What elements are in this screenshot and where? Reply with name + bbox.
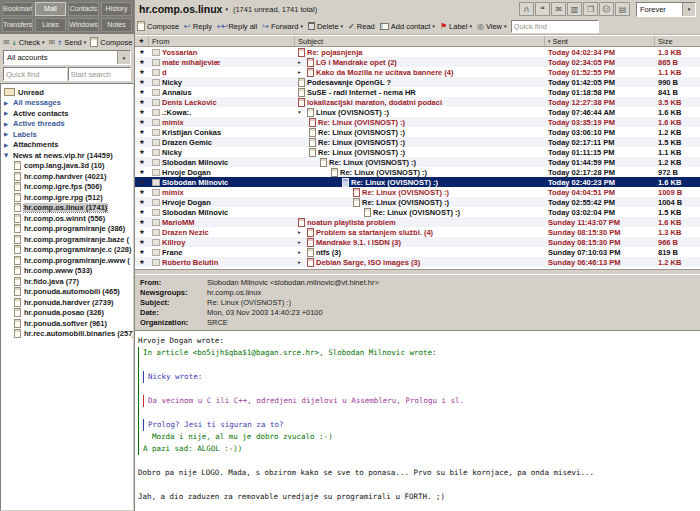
star-icon[interactable]: ★ (139, 188, 145, 196)
message-row[interactable]: ★Slobodan MilnovicRe: Linux (OVISNOST) :… (135, 177, 700, 187)
toolbar-quick-find-input[interactable] (511, 20, 599, 33)
newsgroup-item[interactable]: hr.ponuda.softver (961) (1, 318, 133, 329)
tree-collapsed-icon[interactable]: ▶ (4, 142, 10, 148)
star-icon[interactable]: ★ (139, 108, 145, 116)
view-button[interactable]: ◎View▾ (477, 22, 507, 31)
star-icon[interactable]: ★ (139, 88, 145, 96)
panel-tab-transfers[interactable]: Transfers (2, 18, 33, 32)
panel-tab-links[interactable]: Links (35, 18, 66, 32)
star-icon[interactable]: ★ (139, 138, 145, 146)
newsgroup-item[interactable]: hr.comp.programiranje.baze ( (1, 234, 133, 245)
title-dropdown-icon[interactable]: ▾ (225, 6, 228, 12)
message-row[interactable]: ★Roberto Belutin▸Debian Sarge, ISO image… (135, 257, 700, 267)
newsgroup-item[interactable]: comp.lang.java.3d (10) (1, 161, 133, 172)
message-row[interactable]: ★Frane▸ntfs (3)Sunday 07:10:03 PM819 B (135, 247, 700, 257)
dropdown-arrow-icon[interactable]: ▾ (504, 23, 507, 29)
expiry-select[interactable]: Forever ▾ (636, 2, 696, 17)
star-icon[interactable]: ★ (139, 158, 145, 166)
mail-view-icon[interactable]: ✉ (551, 2, 566, 16)
star-icon[interactable]: ★ (139, 228, 145, 236)
message-row[interactable]: ★Hrvoje DoganRe: Linux (OVISNOST) :)Toda… (135, 167, 700, 177)
newsgroup-item[interactable]: hr.rec.automobili.binaries (257) (1, 329, 133, 340)
star-icon[interactable]: ★ (139, 218, 145, 226)
newsgroup-item[interactable]: hr.comp.www (533) (1, 266, 133, 277)
column-header-sent[interactable]: ▾Sent (545, 36, 655, 46)
message-row[interactable]: ★.:Kowa:.▾Linux (OVISNOST) :)Today 07:46… (135, 107, 700, 117)
message-row[interactable]: ★Drazen Nezic▸Problem sa startanjem služ… (135, 227, 700, 237)
folder-item-news-at-news-vip-hr-14459-[interactable]: ▼News at news.vip.hr (14459) (1, 150, 133, 161)
star-icon[interactable]: ★ (139, 128, 145, 136)
accounts-select[interactable]: All accounts ▾ (3, 50, 131, 65)
read-button[interactable]: ✓Read (348, 22, 375, 31)
star-icon[interactable]: ★ (139, 178, 145, 186)
panel-tab-notes[interactable]: Notes (101, 18, 132, 32)
page-title[interactable]: hr.comp.os.linux (139, 3, 222, 15)
message-row[interactable]: ★NickyPodesavanje OpenGL ?Today 01:42:05… (135, 77, 700, 87)
contacts-view-icon[interactable]: ☺ (599, 2, 614, 16)
newsgroup-item[interactable]: hr.comp.programiranje.www ( (1, 255, 133, 266)
message-row[interactable]: ★YossarianRe: pojasnjenjaToday 04:02:34 … (135, 47, 700, 57)
folder-item-active-threads[interactable]: ▶Active threads (1, 119, 133, 130)
newsgroup-item[interactable]: hr.comp.igre.rpg (512) (1, 192, 133, 203)
drafts-view-icon[interactable]: ❐ (583, 2, 598, 16)
folder-item-all-messages[interactable]: ▶All messages (1, 98, 133, 109)
newsgroup-item[interactable]: hr.fido.java (77) (1, 276, 133, 287)
panel-tab-windows[interactable]: Windows (68, 18, 99, 32)
star-icon[interactable]: ★ (139, 208, 145, 216)
check-button[interactable]: ✉↓ Check ▾ (2, 38, 46, 47)
compose-button[interactable]: Compose (137, 21, 179, 31)
delete-button[interactable]: Delete▾ (308, 22, 343, 31)
folder-item-attachments[interactable]: ▶Attachments (1, 140, 133, 151)
message-row[interactable]: ★Slobodan MilnovicRe: Linux (OVISNOST) :… (135, 157, 700, 167)
folder-item-active-contacts[interactable]: ▶Active contacts (1, 108, 133, 119)
star-icon[interactable]: ★ (139, 68, 145, 76)
thread-collapsed-icon[interactable]: ▸ (298, 259, 305, 265)
tree-collapsed-icon[interactable]: ▶ (4, 131, 10, 137)
message-row[interactable]: ★Kristijan ConkasRe: Linux (OVISNOST) :)… (135, 127, 700, 137)
folder-item-labels[interactable]: ▶Labels (1, 129, 133, 140)
trash-view-icon[interactable]: ▥ (567, 2, 582, 16)
star-icon[interactable]: ★ (139, 248, 145, 256)
thread-collapsed-icon[interactable]: ▸ (298, 239, 305, 245)
star-icon[interactable]: ★ (139, 168, 145, 176)
panel-tab-contacts[interactable]: Contacts (68, 2, 99, 16)
reply-button[interactable]: ↩Reply (184, 22, 212, 31)
newsgroup-item[interactable]: hr.comp.programiranje.c (228) (1, 245, 133, 256)
message-row[interactable]: ★AnnaiusSuSE - radi Internet - nema HRTo… (135, 87, 700, 97)
thread-collapsed-icon[interactable]: ▸ (298, 249, 305, 255)
thread-collapsed-icon[interactable]: ▸ (298, 69, 305, 75)
expiry-select-arrow-icon[interactable]: ▾ (682, 3, 695, 16)
dropdown-arrow-icon[interactable]: ▾ (432, 23, 435, 29)
star-icon[interactable]: ★ (139, 78, 145, 86)
dropdown-arrow-icon[interactable]: ▾ (341, 23, 344, 29)
send-button[interactable]: ✉↑ Send ▾ (48, 38, 88, 47)
quick-find-input[interactable] (3, 67, 67, 81)
panel-tab-mail[interactable]: Mail (35, 2, 66, 16)
star-icon[interactable]: ★ (139, 258, 145, 266)
column-header-subject[interactable]: Subject (295, 36, 545, 46)
notes-view-icon[interactable]: ▤ (615, 2, 630, 16)
message-row[interactable]: ★mimixRe: Linux (OVISNOST) :)Today 04:04… (135, 187, 700, 197)
message-row[interactable]: ★Hrvoje DoganRe: Linux (OVISNOST) :)Toda… (135, 197, 700, 207)
tree-collapsed-icon[interactable]: ▶ (4, 121, 10, 127)
newsgroup-item[interactable]: hr.comp.igre.fps (506) (1, 182, 133, 193)
column-header-from[interactable]: From (149, 36, 295, 46)
headset-icon[interactable]: ∩ (519, 2, 534, 16)
star-icon[interactable]: ★ (139, 118, 145, 126)
panel-tab-bookmarks[interactable]: Bookmarks (2, 2, 33, 16)
reply-all-button[interactable]: ↩↩Reply all (217, 22, 257, 31)
chat-icon[interactable]: ❝ (535, 2, 550, 16)
newsgroup-item[interactable]: hr.comp.hardver (4021) (1, 171, 133, 182)
message-row[interactable]: ★Denis Lackoviclokalizacijski maraton, d… (135, 97, 700, 107)
newsgroup-item[interactable]: hr.comp.os.linux (1741) (1, 203, 133, 214)
check-dropdown-icon[interactable]: ▾ (42, 39, 45, 45)
newsgroup-item[interactable]: hr.ponuda.automobili (465) (1, 287, 133, 298)
dropdown-arrow-icon[interactable]: ▾ (300, 23, 303, 29)
newsgroup-item[interactable]: hr.ponuda.hardver (2739) (1, 297, 133, 308)
folder-item-unread[interactable]: Unread (1, 87, 133, 98)
column-header-size[interactable]: Size (655, 36, 700, 46)
tree-collapsed-icon[interactable]: ▶ (4, 100, 10, 106)
start-search-input[interactable] (68, 67, 132, 81)
star-icon[interactable]: ★ (139, 98, 145, 106)
dropdown-arrow-icon[interactable]: ▾ (469, 23, 472, 29)
